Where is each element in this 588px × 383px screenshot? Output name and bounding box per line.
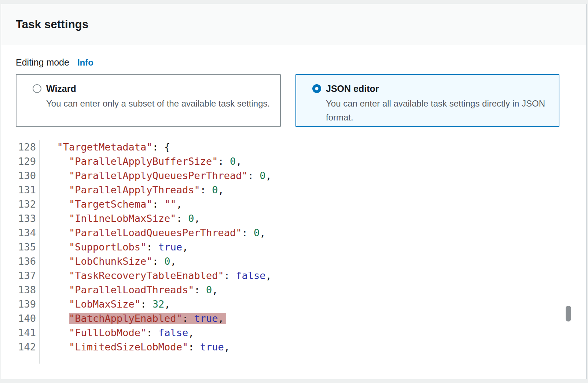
line-number: 131 [16,183,40,197]
line-number: 135 [16,240,40,254]
json-code-editor[interactable]: 128 "TargetMetadata": {129 "ParallelAppl… [16,140,572,364]
line-number: 134 [16,226,40,240]
line-number: 132 [16,197,40,211]
radio-json-editor[interactable] [312,84,321,93]
code-line-text: "ParallelApplyQueuesPerThread": 0, [40,168,272,183]
line-number: 138 [16,283,40,297]
code-line: 139 "LobMaxSize": 32, [16,297,572,311]
tile-json-editor[interactable]: JSON editor You can enter all available … [295,74,559,127]
code-line: 129 "ParallelApplyBufferSize": 0, [16,154,572,168]
code-line: 140 "BatchApplyEnabled": true, [16,311,572,326]
line-number: 142 [16,340,40,354]
panel-header: Task settings [1,4,586,45]
code-line-text: "LobMaxSize": 32, [40,297,170,311]
code-line: 142 "LimitedSizeLobMode": true, [16,340,572,354]
line-number: 136 [16,254,40,268]
tile-json-editor-description: You can enter all available task setting… [326,97,550,124]
code-line-text: "TaskRecoveryTableEnabled": false, [40,268,272,283]
code-line: 138 "ParallelLoadThreads": 0, [16,283,572,297]
line-number [16,354,40,364]
line-number: 133 [16,211,40,226]
code-line: 135 "SupportLobs": true, [16,240,572,254]
code-line-text: "LimitedSizeLobMode": true, [40,340,230,354]
scrollbar-thumb[interactable] [566,306,571,321]
tile-wizard-label: Wizard [46,83,270,94]
info-link[interactable]: Info [77,57,93,68]
code-line-text: "ParallelLoadQueuesPerThread": 0, [40,226,265,240]
code-line-text: "LobChunkSize": 0, [40,254,176,268]
page-title: Task settings [16,18,88,31]
line-number: 129 [16,154,40,168]
code-line-text: "TargetMetadata": { [40,140,170,154]
line-number: 139 [16,297,40,311]
code-line-text: "SupportLobs": true, [40,240,188,254]
code-line-text: "InlineLobMaxSize": 0, [40,211,200,226]
tile-wizard[interactable]: Wizard You can enter only a subset of th… [16,74,281,127]
code-line-text: "ParallelApplyThreads": 0, [40,183,224,197]
code-line: 128 "TargetMetadata": { [16,140,572,154]
line-number: 130 [16,168,40,183]
code-line: 134 "ParallelLoadQueuesPerThread": 0, [16,226,572,240]
code-line-text: "TargetSchema": "", [40,197,182,211]
code-line: 141 "FullLobMode": false, [16,326,572,340]
code-line: 137 "TaskRecoveryTableEnabled": false, [16,268,572,283]
code-line-text: "ParallelApplyBufferSize": 0, [40,154,242,168]
task-settings-panel: Task settings Editing mode Info Wizard Y… [1,4,587,379]
line-number: 140 [16,311,40,326]
code-line: 133 "InlineLobMaxSize": 0, [16,211,572,226]
tile-json-editor-label: JSON editor [326,83,550,94]
line-number: 128 [16,140,40,154]
tile-wizard-description: You can enter only a subset of the avail… [46,97,270,111]
editing-mode-label: Editing mode [16,57,69,68]
editing-mode-row: Editing mode Info [16,57,572,68]
code-line-text: "FullLobMode": false, [40,326,194,340]
code-line-tail [16,354,572,364]
code-line: 132 "TargetSchema": "", [16,197,572,211]
code-line-text: "BatchApplyEnabled": true, [40,311,226,326]
panel-body: Editing mode Info Wizard You can enter o… [1,57,586,364]
code-line: 136 "LobChunkSize": 0, [16,254,572,268]
line-number: 141 [16,326,40,340]
code-line: 131 "ParallelApplyThreads": 0, [16,183,572,197]
editing-mode-tiles: Wizard You can enter only a subset of th… [16,74,572,127]
code-line-text: "ParallelLoadThreads": 0, [40,283,218,297]
line-number: 137 [16,268,40,283]
radio-wizard[interactable] [33,84,41,93]
code-line: 130 "ParallelApplyQueuesPerThread": 0, [16,168,572,183]
